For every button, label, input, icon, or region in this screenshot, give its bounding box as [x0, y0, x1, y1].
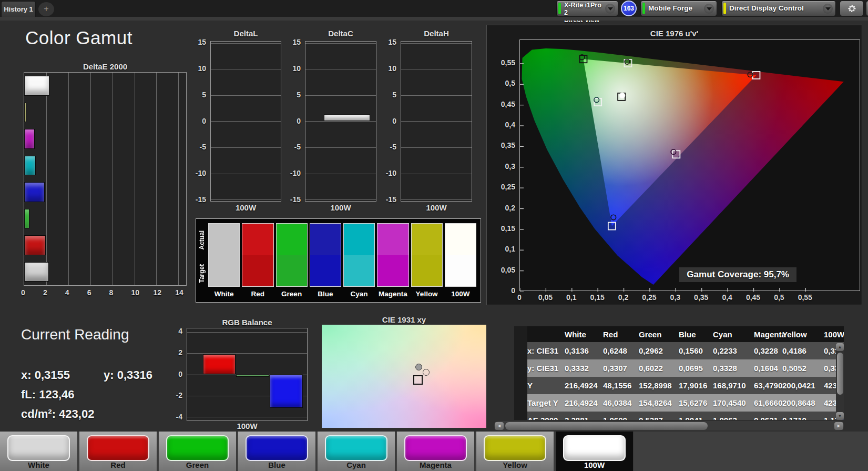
pattern-button-cyan[interactable]: Cyan [318, 432, 396, 471]
settings-button[interactable] [840, 1, 864, 16]
display-control-dropdown[interactable]: Direct Display Control [721, 1, 836, 16]
table-gutter-cell [514, 394, 527, 412]
table-cell: 48,1556 [603, 377, 639, 394]
axis-tick-label: 0 [511, 286, 515, 295]
source-dropdown[interactable]: Mobile Forge [640, 1, 717, 16]
axis-tick-label: -10 [196, 169, 206, 177]
swatch-white: White [208, 223, 240, 302]
pattern-button-yellow[interactable]: Yellow [476, 432, 555, 471]
table-cell: 0,0621 [754, 412, 782, 420]
swatch-actual [344, 224, 374, 255]
swatch-label: 100W [445, 287, 476, 302]
table-cell: 63,4790 [754, 377, 782, 394]
add-tab-button[interactable]: + [38, 2, 54, 16]
chevron-down-icon [704, 4, 714, 14]
table-row-label: ΔE 2000 [527, 412, 565, 420]
scroll-down-button[interactable]: ▼ [836, 412, 844, 420]
cie1976-title: CIE 1976 u'v' [487, 29, 862, 38]
pattern-button-magenta[interactable]: Magenta [397, 432, 475, 471]
swatch-actual [310, 224, 341, 255]
chevron-down-icon [605, 4, 615, 14]
bar [24, 235, 46, 255]
clipped-edge-button[interactable] [866, 1, 868, 16]
gamut-coverage-readout: Gamut Coverage: 95,7% [679, 267, 796, 282]
pattern-swatch [484, 435, 546, 461]
table-cell: 216,4924 [565, 377, 603, 394]
cie1976-y-axis: 00,050,10,150,20,250,30,350,40,450,50,55 [497, 39, 517, 291]
axis-tick-label: 0,25 [501, 183, 515, 191]
deltah-chart-title: DeltaH [401, 29, 472, 38]
gridline [211, 69, 281, 69]
axis-tick-label: -2 [176, 391, 182, 399]
horizontal-scroll-thumb[interactable] [505, 422, 708, 430]
axis-tick-label: 10 [388, 64, 396, 73]
table-column-header: Green [639, 326, 679, 342]
axis-tick-label: -5 [200, 143, 206, 151]
cie1976-chromaticity-diagram: Gamut Coverage: 95,7% [519, 39, 860, 291]
axis-tick-label: 2 [178, 348, 182, 357]
table-row-label: y: CIE31 [527, 359, 565, 377]
gridline [90, 73, 91, 285]
axis-tick-label: 0,05 [538, 293, 553, 302]
table-cell: 0,2962 [639, 342, 679, 359]
swatch-box [343, 223, 375, 287]
pattern-button-blue[interactable]: Blue [238, 432, 316, 471]
scroll-left-button[interactable]: ◄ [495, 422, 504, 430]
pattern-button-red[interactable]: Red [79, 432, 158, 471]
pattern-swatch [166, 435, 229, 461]
scroll-up-button[interactable]: ▲ [836, 343, 844, 351]
swatch-target [209, 255, 239, 287]
table-cell: 0,2233 [713, 342, 754, 359]
table-cell: 216,4924 [565, 394, 603, 412]
table-cell: 0,5052 [782, 359, 824, 377]
bar [203, 354, 236, 374]
axis-tick-label: 10 [198, 64, 206, 73]
measured-point-outline [423, 369, 430, 376]
bar [236, 375, 269, 377]
table-gutter-cell [514, 412, 527, 420]
pattern-button-100w[interactable]: 100W [556, 432, 634, 471]
table-cell: 200,0421 [782, 377, 824, 394]
axis-tick-label: -15 [290, 195, 301, 204]
table-vertical-scrollbar[interactable]: ▲ ▼ [836, 343, 844, 420]
gridline [211, 174, 281, 174]
table-gutter-cell [514, 342, 527, 359]
scroll-right-button[interactable]: ► [834, 422, 843, 430]
gear-icon [847, 4, 857, 14]
rgb-balance-chart [187, 328, 308, 421]
swatch-row-labels: ActualTarget [198, 223, 206, 290]
axis-tick-label: 4 [178, 327, 182, 335]
pattern-button-green[interactable]: Green [159, 432, 237, 471]
swatch-label: Blue [310, 287, 341, 302]
swatch-box [276, 223, 308, 287]
meter-dropdown[interactable]: X-Rite i1Pro 2 Direct View [556, 1, 618, 16]
axis-tick-label: 5 [297, 91, 301, 99]
axis-tick-label: 0,4 [722, 293, 732, 302]
axis-tick-label: -10 [386, 169, 396, 177]
rgb-balance-x-label: 100W [187, 422, 308, 430]
tab-history-1[interactable]: History 1 [1, 1, 36, 17]
deltah-y-axis: 151050-5-10-15 [377, 41, 399, 202]
table-horizontal-scrollbar[interactable]: ◄ ► [494, 421, 844, 430]
gridline [305, 69, 376, 69]
gridline [401, 122, 472, 122]
target-point-square [413, 375, 423, 385]
bar [24, 76, 49, 96]
pattern-swatch [7, 435, 70, 461]
source-dropdown-label: Mobile Forge [648, 1, 703, 16]
bar [24, 209, 29, 229]
table-cell: 61,6660 [754, 394, 782, 412]
pattern-swatch [246, 435, 308, 461]
bar [24, 182, 45, 202]
vertical-scroll-thumb[interactable] [837, 353, 843, 395]
swatch-actual [242, 224, 273, 255]
actual-target-swatch-strip: ActualTarget WhiteRedGreenBlueCyanMagent… [196, 218, 481, 303]
deltac-chart-title: DeltaC [305, 29, 376, 38]
table-gutter-cell [514, 377, 527, 394]
axis-tick-label: -5 [294, 143, 301, 151]
table-cell: 2,2881 [565, 412, 603, 420]
axis-tick-label: 0,3 [505, 162, 515, 171]
table-column-header: Magenta [754, 326, 782, 342]
swatch-box [310, 223, 341, 287]
pattern-button-white[interactable]: White [0, 432, 78, 471]
